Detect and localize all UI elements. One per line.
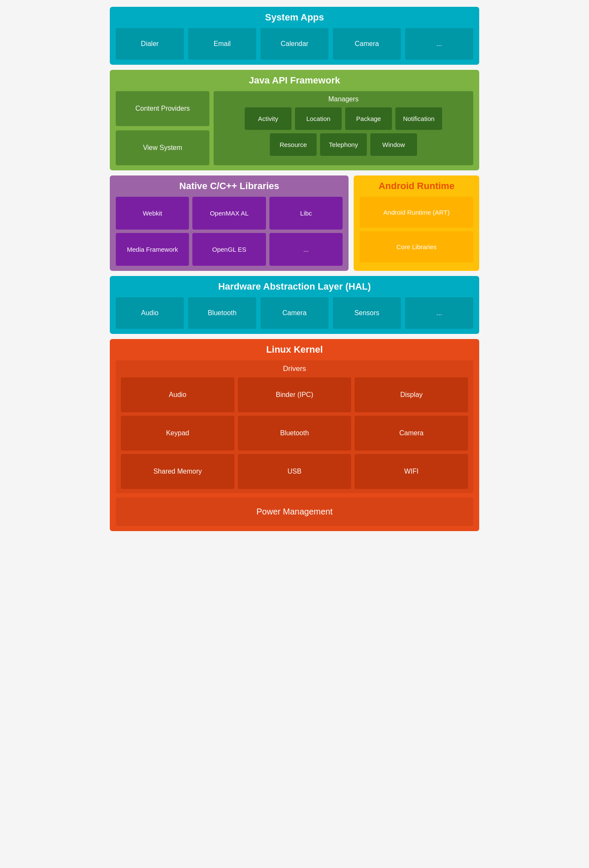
system-app-item: ... bbox=[405, 28, 473, 60]
native-item: OpenGL ES bbox=[192, 233, 266, 266]
native-item: Libc bbox=[269, 197, 343, 230]
native-items-grid: WebkitOpenMAX ALLibcMedia FrameworkOpenG… bbox=[116, 197, 343, 266]
native-runtime-row: Native C/C++ Libraries WebkitOpenMAX ALL… bbox=[110, 175, 479, 271]
runtime-item: Android Runtime (ART) bbox=[360, 197, 473, 228]
linux-kernel-title: Linux Kernel bbox=[116, 344, 473, 355]
hal-item: Bluetooth bbox=[188, 297, 256, 329]
linux-kernel-layer: Linux Kernel Drivers AudioBinder (IPC)Di… bbox=[110, 339, 479, 531]
power-management: Power Management bbox=[116, 497, 473, 526]
driver-item: Display bbox=[355, 377, 468, 412]
hal-item: Audio bbox=[116, 297, 184, 329]
native-item: Media Framework bbox=[116, 233, 189, 266]
hal-layer: Hardware Abstraction Layer (HAL) AudioBl… bbox=[110, 276, 479, 334]
manager-item: Telephony bbox=[320, 133, 367, 156]
manager-item: Window bbox=[370, 133, 417, 156]
managers-title: Managers bbox=[218, 95, 469, 103]
system-app-item: Email bbox=[188, 28, 256, 60]
system-app-item: Calendar bbox=[260, 28, 329, 60]
native-item: OpenMAX AL bbox=[192, 197, 266, 230]
managers-box: Managers ActivityLocationPackageNotifica… bbox=[214, 91, 473, 165]
java-api-title: Java API Framework bbox=[116, 75, 473, 86]
drivers-box: Drivers AudioBinder (IPC)DisplayKeypadBl… bbox=[116, 360, 473, 493]
system-apps-layer: System Apps DialerEmailCalendarCamera... bbox=[110, 7, 479, 65]
native-cpp-title: Native C/C++ Libraries bbox=[116, 181, 343, 192]
runtime-items: Android Runtime (ART)Core Libraries bbox=[360, 197, 473, 262]
drivers-title: Drivers bbox=[121, 365, 468, 373]
driver-item: Shared Memory bbox=[121, 454, 234, 489]
java-api-layer: Java API Framework Content Providers Vie… bbox=[110, 70, 479, 170]
hal-item: ... bbox=[405, 297, 473, 329]
native-item: Webkit bbox=[116, 197, 189, 230]
driver-item: WIFI bbox=[355, 454, 468, 489]
native-cpp-layer: Native C/C++ Libraries WebkitOpenMAX ALL… bbox=[110, 175, 349, 271]
manager-item: Package bbox=[345, 107, 392, 130]
driver-item: Binder (IPC) bbox=[238, 377, 352, 412]
runtime-item: Core Libraries bbox=[360, 231, 473, 262]
driver-item: Keypad bbox=[121, 416, 234, 451]
managers-row2: ResourceTelephonyWindow bbox=[218, 133, 469, 156]
manager-item: Activity bbox=[245, 107, 292, 130]
hal-item: Camera bbox=[260, 297, 329, 329]
android-runtime-layer: Android Runtime Android Runtime (ART)Cor… bbox=[354, 175, 479, 271]
native-item: ... bbox=[269, 233, 343, 266]
java-api-content: Content Providers View System Managers A… bbox=[116, 91, 473, 165]
system-app-item: Dialer bbox=[116, 28, 184, 60]
driver-item: Camera bbox=[355, 416, 468, 451]
hal-item: Sensors bbox=[333, 297, 401, 329]
java-api-left: Content Providers View System bbox=[116, 91, 209, 165]
android-architecture-diagram: System Apps DialerEmailCalendarCamera...… bbox=[103, 0, 486, 538]
managers-row1: ActivityLocationPackageNotification bbox=[218, 107, 469, 130]
android-runtime-title: Android Runtime bbox=[360, 181, 473, 192]
content-providers: Content Providers bbox=[116, 91, 209, 126]
view-system: View System bbox=[116, 130, 209, 165]
system-apps-title: System Apps bbox=[116, 12, 473, 23]
manager-item: Location bbox=[295, 107, 342, 130]
driver-item: Bluetooth bbox=[238, 416, 352, 451]
system-app-item: Camera bbox=[333, 28, 401, 60]
hal-title: Hardware Abstraction Layer (HAL) bbox=[116, 281, 473, 292]
manager-item: Resource bbox=[270, 133, 317, 156]
driver-item: Audio bbox=[121, 377, 234, 412]
manager-item: Notification bbox=[395, 107, 442, 130]
system-apps-items: DialerEmailCalendarCamera... bbox=[116, 28, 473, 60]
drivers-grid: AudioBinder (IPC)DisplayKeypadBluetoothC… bbox=[121, 377, 468, 489]
driver-item: USB bbox=[238, 454, 352, 489]
hal-items: AudioBluetoothCameraSensors... bbox=[116, 297, 473, 329]
